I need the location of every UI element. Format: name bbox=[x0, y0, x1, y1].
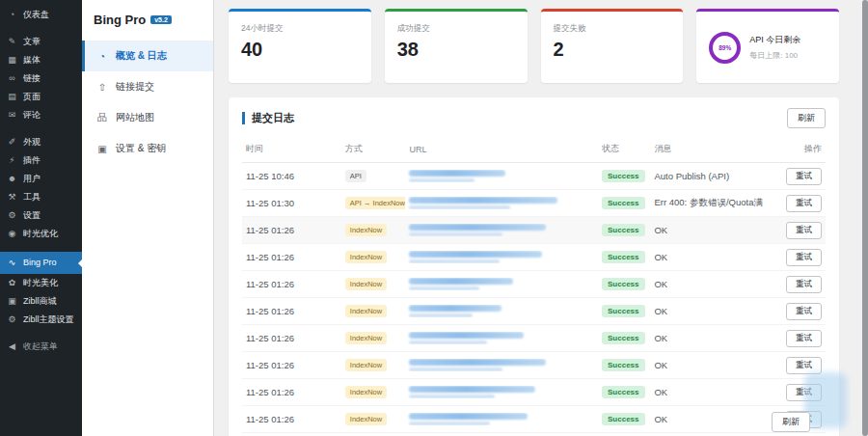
pushpin-icon: ✎ bbox=[7, 37, 17, 47]
stat-cards-row: 24小时提交 40 成功提交 38 提交失败 2 89% API 今日剩余 每日… bbox=[229, 9, 839, 83]
app-window: ◔ 仪表盘 ✎ 文章 ▦ 媒体 ∞ 链接 ▤ 页面 bbox=[0, 0, 868, 436]
url-link-blurred[interactable] bbox=[409, 332, 524, 344]
method-badge: API bbox=[345, 170, 366, 182]
nav-item-link-submit[interactable]: ⇧ 链接提交 bbox=[82, 71, 213, 102]
method-badge: IndexNow bbox=[345, 305, 387, 317]
sidebar-item-zibll-theme-settings[interactable]: ⚙ Zibll主题设置 bbox=[0, 311, 82, 329]
scrollbar-thumb[interactable] bbox=[862, 0, 868, 436]
url-link-blurred[interactable] bbox=[409, 251, 542, 263]
sidebar-item-media[interactable]: ▦ 媒体 bbox=[0, 51, 82, 69]
url-link-blurred[interactable] bbox=[409, 224, 546, 236]
log-message: OK bbox=[650, 333, 773, 343]
sidebar-item-dashboard[interactable]: ◔ 仪表盘 bbox=[0, 6, 82, 24]
stat-card-failed-submissions: 提交失败 2 bbox=[541, 9, 684, 83]
stat-value: 40 bbox=[241, 39, 359, 60]
submission-log-panel: 提交日志 刷新 时间 方式 URL 状态 消息 操作 11-25 10:46 bbox=[229, 97, 839, 436]
url-blur-bar bbox=[409, 224, 546, 231]
retry-button[interactable]: 重试 bbox=[786, 357, 822, 374]
gauge-icon: ◔ bbox=[96, 51, 108, 62]
retry-button[interactable]: 重试 bbox=[786, 276, 822, 293]
url-link-blurred[interactable] bbox=[409, 413, 528, 425]
sidebar-item-posts[interactable]: ✎ 文章 bbox=[0, 33, 82, 51]
table-header-row: 时间 方式 URL 状态 消息 操作 bbox=[242, 137, 826, 163]
sidebar-item-label: 插件 bbox=[23, 155, 41, 166]
url-link-blurred[interactable] bbox=[409, 305, 502, 317]
sidebar-item-users[interactable]: ☻ 用户 bbox=[0, 170, 82, 188]
table-body: 11-25 10:46 API Succe bbox=[242, 163, 826, 433]
gear-icon: ⚙ bbox=[7, 210, 17, 221]
sidebar-item-bing-pro[interactable]: ∿ Bing Pro bbox=[0, 252, 82, 274]
sidebar-item-comments[interactable]: ✉ 评论 bbox=[0, 106, 82, 124]
plugin-nav: ◔ 概览 & 日志 ⇧ 链接提交 品 网站地图 ▣ 设置 & 密钥 bbox=[82, 41, 213, 164]
stat-card-api-quota: 89% API 今日剩余 每日上限: 100 bbox=[696, 9, 839, 83]
url-blur-bar bbox=[409, 305, 502, 312]
sidebar-item-label: 媒体 bbox=[23, 55, 41, 66]
sidebar-item-tools[interactable]: ⚒ 工具 bbox=[0, 188, 82, 206]
vertical-scrollbar[interactable] bbox=[862, 0, 868, 436]
sidebar-item-appearance[interactable]: ✐ 外观 bbox=[0, 133, 82, 151]
sidebar-item-links[interactable]: ∞ 链接 bbox=[0, 69, 82, 88]
status-badge: Success bbox=[602, 305, 644, 317]
link-icon: ∞ bbox=[7, 73, 17, 84]
sidebar-item-label: 仪表盘 bbox=[23, 10, 49, 20]
retry-button[interactable]: 重试 bbox=[786, 222, 822, 239]
stat-value: 2 bbox=[554, 39, 671, 60]
url-link-blurred[interactable] bbox=[409, 386, 534, 398]
sidebar-item-label: 链接 bbox=[23, 73, 41, 84]
user-icon: ☻ bbox=[7, 174, 17, 184]
plugin-nav-panel: Bing Pro v5.2 ◔ 概览 & 日志 ⇧ 链接提交 品 网站地图 bbox=[82, 0, 214, 436]
retry-button[interactable]: 重试 bbox=[786, 195, 822, 212]
retry-button[interactable]: 重试 bbox=[786, 384, 822, 401]
retry-button[interactable]: 重试 bbox=[786, 330, 822, 347]
url-blur-bar bbox=[409, 197, 556, 204]
page-icon: ▤ bbox=[7, 92, 17, 102]
sidebar-item-label: 工具 bbox=[23, 192, 41, 203]
collapse-arrow-icon: ◀ bbox=[7, 341, 17, 352]
method-badge: IndexNow bbox=[345, 413, 387, 425]
plugin-nav-label: 链接提交 bbox=[116, 80, 154, 94]
sidebar-item-pages[interactable]: ▤ 页面 bbox=[0, 88, 82, 106]
sidebar-item-plugins[interactable]: ⚡ 插件 bbox=[0, 151, 82, 170]
url-blur-bar-secondary bbox=[409, 368, 502, 371]
refresh-button[interactable]: 刷新 bbox=[787, 108, 826, 128]
retry-button[interactable]: 重试 bbox=[786, 168, 822, 185]
stat-label: 24小时提交 bbox=[241, 23, 359, 35]
log-message: Err 400: 参数错误/Quota满 bbox=[650, 197, 773, 209]
sidebar-item-label: 用户 bbox=[23, 174, 41, 184]
url-blur-bar bbox=[409, 251, 542, 258]
url-link-blurred[interactable] bbox=[409, 170, 505, 182]
table-row: 11-25 01:30 API → IndexNow bbox=[242, 190, 826, 217]
url-link-blurred[interactable] bbox=[409, 278, 512, 290]
upload-icon: ⇧ bbox=[96, 82, 108, 93]
sidebar-item-shiguang-optimize[interactable]: ◉ 时光优化 bbox=[0, 225, 82, 243]
nav-item-sitemap[interactable]: 品 网站地图 bbox=[82, 102, 213, 133]
key-settings-icon: ▣ bbox=[96, 144, 108, 154]
log-time: 11-25 01:26 bbox=[242, 225, 341, 235]
nav-item-settings-keys[interactable]: ▣ 设置 & 密钥 bbox=[82, 133, 213, 164]
url-blur-bar-secondary bbox=[409, 341, 487, 344]
url-link-blurred[interactable] bbox=[409, 359, 546, 371]
url-blur-bar bbox=[409, 332, 524, 339]
url-blur-bar-secondary bbox=[409, 232, 502, 236]
url-link-blurred[interactable] bbox=[409, 197, 556, 209]
nav-item-overview-logs[interactable]: ◔ 概览 & 日志 bbox=[82, 41, 213, 71]
status-badge: Success bbox=[602, 197, 644, 209]
quota-ring: 89% bbox=[709, 32, 741, 64]
plugin-icon: ⚡ bbox=[7, 155, 17, 166]
method-badge: IndexNow bbox=[345, 251, 387, 263]
url-blur-bar bbox=[409, 170, 505, 177]
refresh-button-bottom[interactable]: 刷新 bbox=[772, 412, 810, 432]
retry-button[interactable]: 重试 bbox=[786, 303, 822, 320]
sidebar-item-collapse[interactable]: ◀ 收起菜单 bbox=[0, 338, 82, 356]
sidebar-item-label: 文章 bbox=[23, 37, 41, 47]
retry-button[interactable]: 重试 bbox=[786, 249, 822, 266]
log-message: OK bbox=[650, 387, 773, 397]
status-badge: Success bbox=[602, 278, 644, 290]
stat-value: 38 bbox=[397, 39, 515, 60]
sidebar-item-zibll-shop[interactable]: ▣ Zibll商城 bbox=[0, 292, 82, 311]
sidebar-item-label: 页面 bbox=[23, 92, 41, 102]
url-blur-bar-secondary bbox=[409, 395, 495, 398]
dashboard-icon: ◔ bbox=[7, 10, 17, 20]
sidebar-item-shiguang-beautify[interactable]: ✿ 时光美化 bbox=[0, 274, 82, 292]
sidebar-item-settings[interactable]: ⚙ 设置 bbox=[0, 206, 82, 225]
